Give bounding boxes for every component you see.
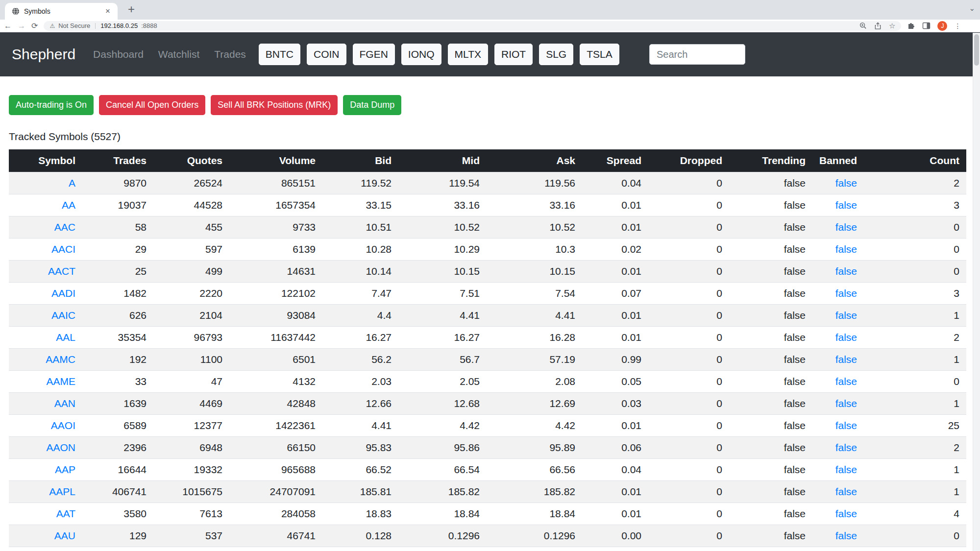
symbol-link[interactable]: AACI [51,243,75,255]
symbol-button-tsla[interactable]: TSLA [580,44,619,65]
cell-bid: 4.41 [322,415,398,437]
cell-spread: 0.01 [582,327,648,349]
banned-link[interactable]: false [835,420,857,431]
cell-mid: 4.41 [398,305,487,327]
close-tab-icon[interactable]: × [103,6,113,16]
banned-link[interactable]: false [835,265,857,277]
cell-count: 0 [864,239,966,261]
symbol-button-ionq[interactable]: IONQ [401,44,441,65]
side-panel-icon[interactable] [922,22,931,30]
bookmark-star-icon[interactable]: ☆ [889,22,895,30]
browser-menu-icon[interactable]: ⋮ [954,22,961,30]
cell-bid: 0.128 [322,525,398,547]
banned-link[interactable]: false [835,221,857,233]
symbol-button-bntc[interactable]: BNTC [259,44,300,65]
cell-spread: 0.05 [582,371,648,393]
symbol-link[interactable]: AACT [48,265,75,277]
symbol-button-riot[interactable]: RIOT [494,44,533,65]
action-button-auto-trading-is-on[interactable]: Auto-trading is On [9,95,94,115]
cell-ask: 185.82 [487,481,582,503]
symbol-link[interactable]: AAU [54,530,75,541]
nav-link-trades[interactable]: Trades [214,48,246,60]
cell-mid: 119.54 [398,172,487,194]
extensions-puzzle-icon[interactable] [907,22,915,30]
zoom-icon[interactable] [859,22,867,29]
cell-quotes: 12377 [153,415,229,437]
cell-trades: 3580 [82,503,153,525]
symbol-link[interactable]: AAPL [49,486,75,497]
symbol-button-coin[interactable]: COIN [307,44,346,65]
symbol-link[interactable]: AAOI [51,420,75,431]
cell-mid: 20.14 [398,547,487,551]
banned-link[interactable]: false [835,199,857,211]
cell-trades: 2396 [82,437,153,459]
banned-link[interactable]: false [835,530,857,541]
brand-shepherd[interactable]: Shepherd [12,46,75,63]
nav-link-dashboard[interactable]: Dashboard [93,48,144,60]
banned-link[interactable]: false [835,442,857,453]
cell-spread: 0.01 [582,261,648,283]
forward-icon[interactable]: → [18,22,25,30]
cell-mid: 10.15 [398,261,487,283]
cell-trending: false [729,283,812,305]
action-button-sell-all-brk-positions-mrk-[interactable]: Sell All BRK Positions (MRK) [211,95,338,115]
action-button-cancel-all-open-orders[interactable]: Cancel All Open Orders [99,95,205,115]
cell-banned: false [812,239,864,261]
symbol-link[interactable]: AAN [54,398,75,409]
banned-link[interactable]: false [835,354,857,365]
symbol-link[interactable]: AAME [46,376,75,387]
symbol-link[interactable]: AADI [51,287,75,299]
symbol-button-slg[interactable]: SLG [539,44,573,65]
symbol-link[interactable]: AAL [56,332,75,343]
banned-link[interactable]: false [835,376,857,387]
profile-avatar[interactable]: J [937,21,947,31]
action-button-data-dump[interactable]: Data Dump [343,95,401,115]
cell-ask: 33.16 [487,194,582,216]
page-scrollbar[interactable] [973,33,980,551]
banned-link[interactable]: false [835,486,857,497]
symbol-link[interactable]: A [69,177,75,189]
banned-link[interactable]: false [835,177,857,189]
symbol-button-mltx[interactable]: MLTX [448,44,488,65]
new-tab-button[interactable]: + [124,2,138,16]
cell-mid: 12.68 [398,393,487,415]
search-input[interactable] [649,44,745,65]
cell-trending: false [729,194,812,216]
nav-link-watchlist[interactable]: Watchlist [158,48,199,60]
cell-volume: 11637442 [229,327,322,349]
cell-bid: 56.2 [322,349,398,371]
symbol-link[interactable]: AAON [46,442,75,453]
cell-spread: 0.01 [582,503,648,525]
symbol-link[interactable]: AAIC [51,310,75,321]
banned-link[interactable]: false [835,287,857,299]
banned-link[interactable]: false [835,310,857,321]
banned-link[interactable]: false [835,398,857,409]
banned-link[interactable]: false [835,243,857,255]
banned-link[interactable]: false [835,464,857,475]
share-icon[interactable] [874,22,882,29]
cell-symbol: AACT [9,261,82,283]
banned-link[interactable]: false [835,508,857,519]
back-icon[interactable]: ← [4,22,12,30]
cell-count: 1 [864,459,966,481]
cell-trending: false [729,239,812,261]
reload-icon[interactable]: ⟳ [31,22,38,30]
banned-link[interactable]: false [835,332,857,343]
address-bar[interactable]: ⚠ Not Secure 192.168.0.25 :8888 ☆ [44,21,901,31]
cell-mid: 18.84 [398,503,487,525]
scrollbar-thumb[interactable] [974,34,979,66]
symbol-link[interactable]: AAC [54,221,75,233]
cell-trades: 1482 [82,283,153,305]
browser-tab[interactable]: Symbols × [5,3,118,20]
symbol-link[interactable]: AAP [55,464,75,475]
cell-trending: false [729,216,812,239]
cell-trending: false [729,172,812,194]
chevron-down-icon[interactable]: ⌄ [969,4,975,13]
security-label[interactable]: Not Secure [58,22,90,29]
cell-quotes: 1015675 [153,481,229,503]
symbol-button-fgen[interactable]: FGEN [353,44,395,65]
cell-ask: 4.42 [487,415,582,437]
symbol-link[interactable]: AA [62,199,75,211]
symbol-link[interactable]: AAMC [46,354,75,365]
symbol-link[interactable]: AAT [56,508,75,519]
